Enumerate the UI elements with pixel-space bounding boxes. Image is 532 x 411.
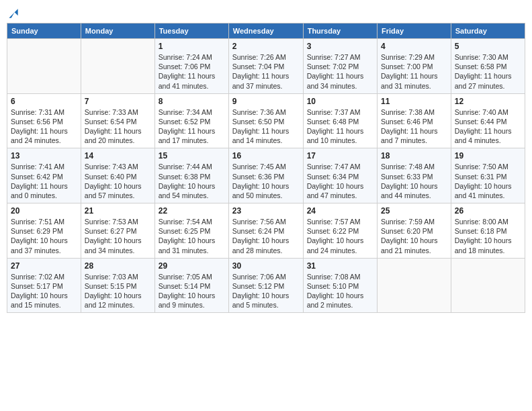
day-number: 12 [455, 97, 521, 106]
calendar-cell: 28Sunrise: 7:03 AM Sunset: 5:15 PM Dayli… [81, 258, 154, 313]
calendar-cell [451, 258, 525, 313]
weekday-thursday: Thursday [303, 24, 377, 39]
day-number: 5 [455, 42, 521, 51]
day-info: Sunrise: 7:57 AM Sunset: 6:22 PM Dayligh… [307, 217, 373, 255]
calendar-cell: 10Sunrise: 7:37 AM Sunset: 6:48 PM Dayli… [303, 93, 377, 148]
calendar-cell: 4Sunrise: 7:29 AM Sunset: 7:00 PM Daylig… [377, 39, 451, 94]
calendar-cell: 7Sunrise: 7:33 AM Sunset: 6:54 PM Daylig… [81, 93, 154, 148]
day-info: Sunrise: 7:02 AM Sunset: 5:17 PM Dayligh… [11, 272, 77, 310]
day-number: 2 [232, 42, 300, 51]
calendar-cell: 29Sunrise: 7:05 AM Sunset: 5:14 PM Dayli… [154, 258, 228, 313]
day-info: Sunrise: 7:03 AM Sunset: 5:15 PM Dayligh… [85, 272, 151, 310]
svg-marker-0 [9, 9, 17, 17]
day-number: 30 [232, 261, 300, 271]
day-number: 19 [455, 151, 521, 161]
calendar-cell: 22Sunrise: 7:54 AM Sunset: 6:25 PM Dayli… [154, 203, 228, 259]
day-info: Sunrise: 7:33 AM Sunset: 6:54 PM Dayligh… [85, 107, 151, 146]
day-number: 23 [232, 206, 300, 216]
day-info: Sunrise: 7:37 AM Sunset: 6:48 PM Dayligh… [307, 107, 373, 146]
weekday-sunday: Sunday [7, 24, 81, 39]
day-info: Sunrise: 7:56 AM Sunset: 6:24 PM Dayligh… [232, 217, 300, 255]
calendar-cell [7, 39, 81, 94]
calendar-cell: 14Sunrise: 7:43 AM Sunset: 6:40 PM Dayli… [81, 148, 154, 203]
day-info: Sunrise: 7:44 AM Sunset: 6:38 PM Dayligh… [159, 162, 225, 200]
calendar-cell: 20Sunrise: 7:51 AM Sunset: 6:29 PM Dayli… [7, 203, 81, 259]
day-number: 10 [307, 97, 373, 106]
calendar-cell: 11Sunrise: 7:38 AM Sunset: 6:46 PM Dayli… [377, 93, 451, 148]
day-info: Sunrise: 7:24 AM Sunset: 7:06 PM Dayligh… [159, 52, 225, 91]
calendar-cell: 21Sunrise: 7:53 AM Sunset: 6:27 PM Dayli… [81, 203, 154, 259]
day-number: 9 [232, 97, 300, 106]
day-number: 24 [307, 206, 373, 216]
calendar-cell: 16Sunrise: 7:45 AM Sunset: 6:36 PM Dayli… [228, 148, 303, 203]
calendar-cell: 27Sunrise: 7:02 AM Sunset: 5:17 PM Dayli… [7, 258, 81, 313]
week-row-1: 1Sunrise: 7:24 AM Sunset: 7:06 PM Daylig… [7, 39, 525, 94]
day-info: Sunrise: 7:30 AM Sunset: 6:58 PM Dayligh… [455, 52, 521, 91]
weekday-friday: Friday [377, 24, 451, 39]
day-info: Sunrise: 7:31 AM Sunset: 6:56 PM Dayligh… [11, 107, 77, 146]
calendar-cell: 9Sunrise: 7:36 AM Sunset: 6:50 PM Daylig… [228, 93, 303, 148]
day-number: 17 [307, 151, 373, 161]
day-info: Sunrise: 7:50 AM Sunset: 6:31 PM Dayligh… [455, 162, 521, 200]
day-info: Sunrise: 7:06 AM Sunset: 5:12 PM Dayligh… [232, 272, 300, 310]
day-number: 16 [232, 151, 300, 161]
calendar-cell: 31Sunrise: 7:08 AM Sunset: 5:10 PM Dayli… [303, 258, 377, 313]
calendar-cell: 30Sunrise: 7:06 AM Sunset: 5:12 PM Dayli… [228, 258, 303, 313]
calendar-cell: 12Sunrise: 7:40 AM Sunset: 6:44 PM Dayli… [451, 93, 525, 148]
day-info: Sunrise: 7:05 AM Sunset: 5:14 PM Dayligh… [159, 272, 225, 310]
day-number: 8 [159, 97, 225, 106]
day-number: 29 [159, 261, 225, 271]
calendar-cell: 15Sunrise: 7:44 AM Sunset: 6:38 PM Dayli… [154, 148, 228, 203]
day-info: Sunrise: 7:53 AM Sunset: 6:27 PM Dayligh… [85, 217, 151, 255]
day-number: 4 [381, 42, 447, 51]
day-number: 21 [85, 206, 151, 216]
day-number: 28 [85, 261, 151, 271]
day-number: 7 [85, 97, 151, 106]
calendar-cell: 5Sunrise: 7:30 AM Sunset: 6:58 PM Daylig… [451, 39, 525, 94]
calendar-cell [377, 258, 451, 313]
day-info: Sunrise: 7:59 AM Sunset: 6:20 PM Dayligh… [381, 217, 447, 255]
day-info: Sunrise: 7:34 AM Sunset: 6:52 PM Dayligh… [159, 107, 225, 146]
day-number: 13 [11, 151, 77, 161]
day-number: 11 [381, 97, 447, 106]
day-info: Sunrise: 7:47 AM Sunset: 6:34 PM Dayligh… [307, 162, 373, 200]
calendar-cell: 26Sunrise: 8:00 AM Sunset: 6:18 PM Dayli… [451, 203, 525, 259]
day-number: 22 [159, 206, 225, 216]
weekday-wednesday: Wednesday [228, 24, 303, 39]
calendar-cell: 1Sunrise: 7:24 AM Sunset: 7:06 PM Daylig… [154, 39, 228, 94]
day-info: Sunrise: 7:27 AM Sunset: 7:02 PM Dayligh… [307, 52, 373, 91]
logo [7, 7, 21, 20]
calendar-cell [81, 39, 154, 94]
week-row-3: 13Sunrise: 7:41 AM Sunset: 6:42 PM Dayli… [7, 148, 525, 203]
day-number: 3 [307, 42, 373, 51]
calendar-cell: 3Sunrise: 7:27 AM Sunset: 7:02 PM Daylig… [303, 39, 377, 94]
calendar-cell: 19Sunrise: 7:50 AM Sunset: 6:31 PM Dayli… [451, 148, 525, 203]
calendar-body: 1Sunrise: 7:24 AM Sunset: 7:06 PM Daylig… [7, 39, 525, 313]
calendar-cell: 8Sunrise: 7:34 AM Sunset: 6:52 PM Daylig… [154, 93, 228, 148]
calendar-cell: 25Sunrise: 7:59 AM Sunset: 6:20 PM Dayli… [377, 203, 451, 259]
calendar-cell: 23Sunrise: 7:56 AM Sunset: 6:24 PM Dayli… [228, 203, 303, 259]
weekday-header-row: SundayMondayTuesdayWednesdayThursdayFrid… [7, 24, 525, 39]
calendar-cell: 17Sunrise: 7:47 AM Sunset: 6:34 PM Dayli… [303, 148, 377, 203]
calendar-cell: 18Sunrise: 7:48 AM Sunset: 6:33 PM Dayli… [377, 148, 451, 203]
day-info: Sunrise: 7:48 AM Sunset: 6:33 PM Dayligh… [381, 162, 447, 200]
calendar-table: SundayMondayTuesdayWednesdayThursdayFrid… [7, 23, 525, 313]
day-info: Sunrise: 7:41 AM Sunset: 6:42 PM Dayligh… [11, 162, 77, 200]
day-number: 26 [455, 206, 521, 216]
week-row-2: 6Sunrise: 7:31 AM Sunset: 6:56 PM Daylig… [7, 93, 525, 148]
weekday-tuesday: Tuesday [154, 24, 228, 39]
day-info: Sunrise: 7:26 AM Sunset: 7:04 PM Dayligh… [232, 52, 300, 91]
day-info: Sunrise: 7:40 AM Sunset: 6:44 PM Dayligh… [455, 107, 521, 146]
calendar-cell: 13Sunrise: 7:41 AM Sunset: 6:42 PM Dayli… [7, 148, 81, 203]
week-row-4: 20Sunrise: 7:51 AM Sunset: 6:29 PM Dayli… [7, 203, 525, 259]
day-info: Sunrise: 7:38 AM Sunset: 6:46 PM Dayligh… [381, 107, 447, 146]
day-info: Sunrise: 7:43 AM Sunset: 6:40 PM Dayligh… [85, 162, 151, 200]
weekday-monday: Monday [81, 24, 154, 39]
calendar-cell: 24Sunrise: 7:57 AM Sunset: 6:22 PM Dayli… [303, 203, 377, 259]
logo-icon [7, 7, 20, 20]
day-info: Sunrise: 7:54 AM Sunset: 6:25 PM Dayligh… [159, 217, 225, 255]
day-number: 15 [159, 151, 225, 161]
day-number: 6 [11, 97, 77, 106]
day-number: 25 [381, 206, 447, 216]
day-info: Sunrise: 8:00 AM Sunset: 6:18 PM Dayligh… [455, 217, 521, 255]
